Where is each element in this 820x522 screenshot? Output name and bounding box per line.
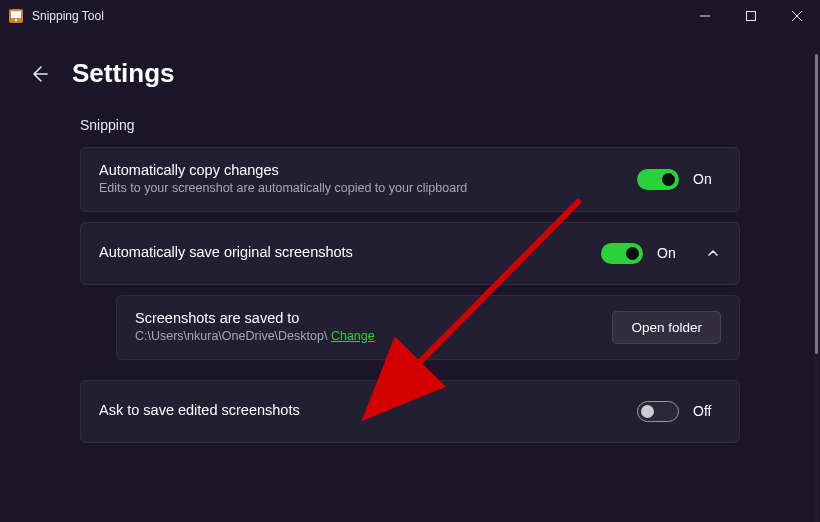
setting-auto-save[interactable]: Automatically save original screenshots … [80,222,740,285]
maximize-button[interactable] [728,0,774,32]
setting-ask-save[interactable]: Ask to save edited screenshots Off [80,380,740,443]
page-header: Settings [0,32,820,99]
setting-auto-copy[interactable]: Automatically copy changes Edits to your… [80,147,740,212]
svg-point-2 [15,19,17,21]
scrollbar[interactable] [814,52,819,522]
open-folder-button[interactable]: Open folder [612,311,721,344]
toggle-auto-copy[interactable] [637,169,679,190]
settings-content: Snipping Automatically copy changes Edit… [0,117,820,443]
svg-rect-1 [11,11,21,18]
setting-title: Screenshots are saved to [135,310,612,326]
toggle-auto-save[interactable] [601,243,643,264]
setting-title: Ask to save edited screenshots [99,402,637,418]
window-controls [682,0,820,32]
toggle-state-label: Off [693,403,721,419]
scrollbar-thumb[interactable] [815,54,818,354]
chevron-up-icon[interactable] [705,247,721,259]
toggle-ask-save[interactable] [637,401,679,422]
svg-rect-4 [747,12,756,21]
setting-subtitle: Edits to your screenshot are automatical… [99,180,637,197]
save-path-text: C:\Users\nkura\OneDrive\Desktop\ [135,329,331,343]
section-label-snipping: Snipping [80,117,740,133]
minimize-button[interactable] [682,0,728,32]
close-button[interactable] [774,0,820,32]
save-path-line: C:\Users\nkura\OneDrive\Desktop\ Change [135,328,612,345]
page-title: Settings [72,58,175,89]
setting-title: Automatically save original screenshots [99,244,601,260]
app-icon [8,8,24,24]
toggle-state-label: On [657,245,685,261]
app-title: Snipping Tool [32,9,104,23]
back-button[interactable] [28,63,50,85]
setting-save-location: Screenshots are saved to C:\Users\nkura\… [116,295,740,360]
setting-title: Automatically copy changes [99,162,637,178]
change-location-link[interactable]: Change [331,329,375,343]
toggle-state-label: On [693,171,721,187]
titlebar: Snipping Tool [0,0,820,32]
